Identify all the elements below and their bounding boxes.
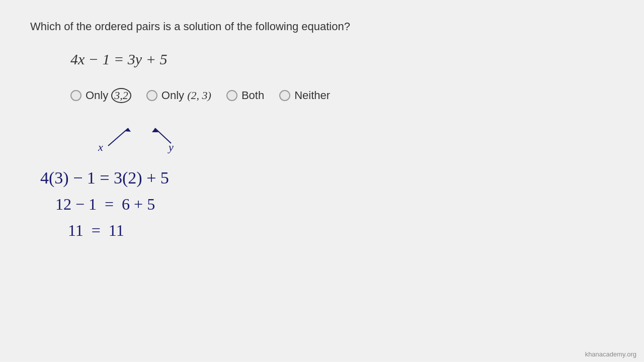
svg-text:x: x xyxy=(98,141,103,153)
radio-only-2-3[interactable] xyxy=(146,90,157,101)
radio-only-3-2[interactable] xyxy=(70,90,82,101)
answer-choices: Only 3,2 Only (2, 3) Both Neither xyxy=(70,88,614,103)
hw-line-1: 4(3) − 1 = 3(2) + 5 xyxy=(40,168,614,188)
handwritten-work: 4(3) − 1 = 3(2) + 5 12 − 1 = 6 + 5 11 = … xyxy=(40,168,614,240)
choice-only-3-2-label: Only 3,2 xyxy=(86,88,131,103)
watermark: khanacademy.org xyxy=(585,350,636,358)
annotation-svg: x y xyxy=(70,113,272,158)
choice-only-3-2[interactable]: Only 3,2 xyxy=(70,88,131,103)
radio-neither[interactable] xyxy=(279,90,290,101)
main-content: Which of the ordered pairs is a solution… xyxy=(0,0,644,260)
pair-2-3: (2, 3) xyxy=(187,89,211,102)
svg-line-4 xyxy=(155,128,171,143)
circled-pair-3-2: 3,2 xyxy=(111,88,131,103)
equation-display: 4x − 1 = 3y + 5 xyxy=(70,51,614,68)
annotation-area: x y xyxy=(70,118,614,158)
choice-only-2-3-label: Only (2, 3) xyxy=(162,89,211,102)
hw-line-2: 12 − 1 = 6 + 5 xyxy=(55,195,614,214)
choice-both[interactable]: Both xyxy=(226,89,264,102)
choice-neither-label: Neither xyxy=(294,89,330,102)
hw-line-3: 11 = 11 xyxy=(68,221,614,240)
question-text: Which of the ordered pairs is a solution… xyxy=(30,20,614,33)
choice-neither[interactable]: Neither xyxy=(279,89,330,102)
radio-both[interactable] xyxy=(226,90,237,101)
choice-only-2-3[interactable]: Only (2, 3) xyxy=(146,89,211,102)
choice-both-label: Both xyxy=(242,89,264,102)
